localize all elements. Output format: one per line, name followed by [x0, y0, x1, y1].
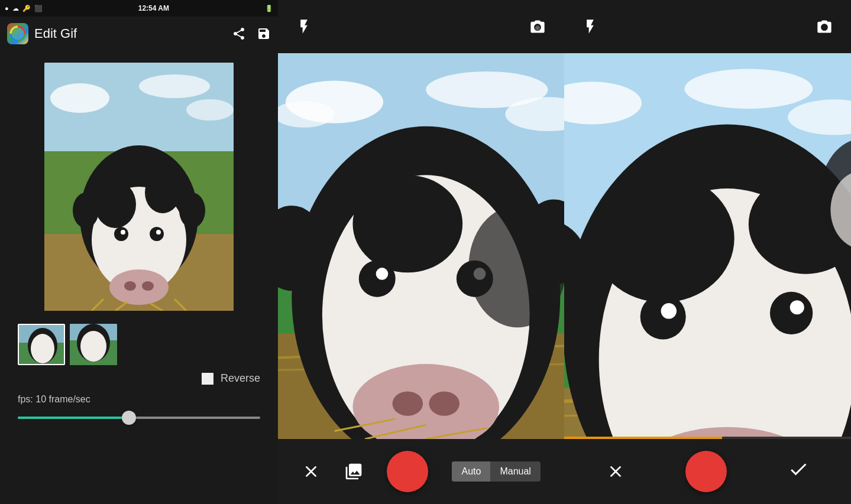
middle-flash-button[interactable]: [296, 18, 312, 35]
svg-point-18: [73, 193, 99, 228]
middle-close-button[interactable]: [302, 462, 321, 481]
svg-point-12: [124, 281, 136, 291]
svg-point-14: [114, 227, 128, 241]
svg-point-6: [186, 99, 234, 121]
svg-point-15: [150, 227, 164, 241]
status-icon-3: 🔑: [22, 5, 31, 12]
middle-camera-toolbar: [278, 0, 564, 53]
svg-point-68: [592, 174, 734, 303]
status-bar: ● ☁ 🔑 ⬛ 12:54 AM 🔋: [0, 0, 278, 17]
middle-gallery-button[interactable]: [344, 462, 363, 481]
right-flash-button[interactable]: [582, 18, 598, 35]
right-confirm-button[interactable]: [788, 459, 809, 485]
svg-point-31: [80, 331, 106, 362]
fps-slider[interactable]: [18, 411, 260, 425]
svg-point-74: [770, 292, 813, 334]
slider-thumb[interactable]: [122, 411, 136, 425]
reverse-checkbox[interactable]: [202, 373, 213, 385]
svg-point-47: [359, 261, 396, 297]
status-icon-4: ⬛: [34, 5, 43, 12]
svg-point-16: [121, 230, 125, 235]
svg-point-75: [661, 303, 677, 319]
svg-point-76: [790, 300, 804, 314]
frame-strip: [0, 324, 135, 365]
status-time: 12:54 AM: [138, 4, 169, 12]
svg-point-59: [684, 69, 813, 109]
battery-icon: 🔋: [265, 5, 273, 12]
frame-thumb-2[interactable]: [70, 324, 117, 365]
right-camera-toolbar: [564, 0, 851, 53]
middle-camera-flip-button[interactable]: [529, 18, 546, 35]
middle-viewfinder: [278, 53, 564, 439]
app-bar: Edit Gif: [0, 17, 278, 51]
svg-point-13: [142, 281, 154, 291]
slider-fill: [18, 417, 127, 419]
status-left-icons: ● ☁ 🔑 ⬛: [5, 5, 43, 12]
svg-point-43: [352, 175, 462, 272]
svg-point-9: [95, 181, 136, 228]
right-camera-flip-button[interactable]: [816, 18, 833, 35]
right-camera-panel: [564, 0, 851, 504]
middle-camera-panel: Auto Manual: [278, 0, 564, 504]
middle-camera-controls: Auto Manual: [278, 439, 564, 504]
share-button[interactable]: [232, 27, 246, 41]
svg-point-11: [109, 269, 169, 305]
svg-point-27: [31, 334, 54, 363]
frame-thumb-1[interactable]: [18, 324, 65, 365]
manual-mode-button[interactable]: Manual: [490, 461, 540, 482]
app-logo: [7, 23, 28, 44]
controls-area: Reverse fps: 10 frame/sec: [0, 365, 278, 432]
svg-point-19: [179, 193, 205, 228]
svg-point-53: [468, 206, 564, 327]
reverse-row: Reverse: [18, 372, 260, 385]
status-icon-1: ●: [5, 5, 9, 12]
status-icon-2: ☁: [12, 5, 19, 12]
auto-mode-button[interactable]: Auto: [452, 461, 490, 482]
middle-record-button[interactable]: [387, 451, 428, 492]
preview-area: [0, 51, 278, 317]
frame-thumb-img-2: [70, 324, 117, 365]
middle-viewfinder-img: [278, 53, 564, 439]
slider-track: [18, 417, 260, 419]
right-close-button[interactable]: [606, 462, 625, 481]
svg-point-73: [640, 294, 686, 339]
svg-point-5: [139, 74, 210, 98]
reverse-label: Reverse: [221, 372, 260, 385]
frame-thumb-img-1: [19, 325, 64, 364]
svg-point-46: [429, 392, 460, 416]
svg-point-17: [156, 230, 161, 235]
app-title: Edit Gif: [34, 26, 226, 41]
save-button[interactable]: [257, 27, 271, 41]
cow-art-preview: [44, 63, 234, 311]
svg-point-45: [393, 392, 423, 416]
gif-preview: [44, 63, 234, 311]
svg-point-49: [376, 268, 389, 280]
svg-point-4: [50, 83, 109, 113]
svg-point-10: [145, 172, 180, 213]
app-bar-actions: [232, 27, 271, 41]
left-panel: ● ☁ 🔑 ⬛ 12:54 AM 🔋 Edit Gif: [0, 0, 278, 504]
right-record-button[interactable]: [685, 451, 727, 492]
mode-selector: Auto Manual: [452, 461, 540, 482]
right-camera-controls: [564, 439, 851, 504]
status-right-icons: 🔋: [265, 5, 273, 12]
fps-label: fps: 10 frame/sec: [18, 394, 260, 405]
